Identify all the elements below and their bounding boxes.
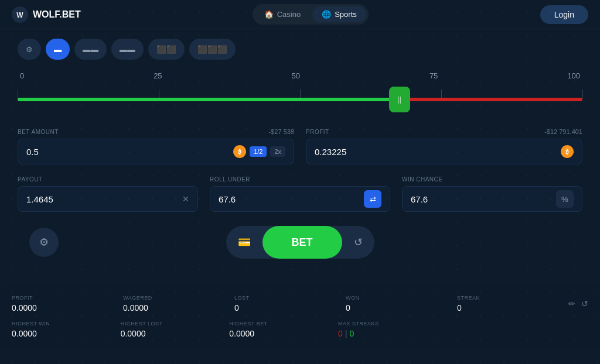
auto-icon: ↺ [354, 236, 363, 249]
login-button[interactable]: Login [540, 5, 588, 24]
nav-casino[interactable]: 🏠 Casino [255, 6, 310, 22]
nav-tabs: 🏠 Casino 🌐 Sports [253, 4, 369, 25]
payout-group: PAYOUT ✕ [18, 176, 198, 212]
stat-streak-label: STREAK [457, 295, 568, 301]
slider-handle[interactable]: || [389, 87, 410, 112]
roll-under-label: ROLL UNDER [210, 176, 250, 183]
logo-icon: W [12, 6, 28, 23]
bar-icon-btn-3[interactable]: ▬▬ [111, 39, 144, 60]
stat-highest-win-label: HIGHEST WIN [12, 321, 121, 327]
wallet-button[interactable]: 💳 [226, 226, 262, 259]
stats-reset-btn[interactable]: ↺ [581, 299, 588, 308]
stat-highest-bet: HIGHEST BET 0.0000 [229, 321, 338, 338]
roll-under-switch-btn[interactable]: ⇄ [364, 190, 381, 208]
bet-button[interactable]: BET [262, 226, 342, 259]
wallet-icon: 💳 [238, 236, 251, 249]
stat-empty [447, 321, 556, 338]
bar-icon-btn-2[interactable]: ▬▬ [74, 39, 107, 60]
payout-clear-btn[interactable]: ✕ [182, 194, 189, 204]
slider-label-50: 50 [292, 71, 300, 80]
settings-button[interactable]: ⚙ [29, 228, 59, 257]
payout-label: PAYOUT [18, 176, 43, 183]
stat-max-streaks-label: MAX STREAKS [338, 321, 447, 327]
win-chance-input[interactable] [411, 194, 556, 204]
payout-input[interactable] [26, 194, 182, 204]
stat-wagered: WAGERED 0.0000 [123, 295, 234, 313]
stat-profit: PROFIT 0.0000 [12, 295, 123, 313]
nav-sports[interactable]: 🌐 Sports [312, 6, 366, 22]
gear-icon: ⚙ [26, 45, 33, 54]
profit-input[interactable] [315, 147, 496, 157]
bar4-icon: ⬛⬛ [156, 45, 176, 54]
stats-row-1: PROFIT 0.0000 WAGERED 0.0000 LOST 0 WON … [12, 295, 588, 313]
profit-group: PROFIT -$12 791.401 ₿ [306, 128, 582, 164]
slider-label-0: 0 [20, 71, 24, 80]
bet-amount-input[interactable] [26, 147, 207, 157]
stat-highest-win: HIGHEST WIN 0.0000 [12, 321, 121, 338]
logo-text: WOLF.BET [33, 9, 81, 20]
slider-label-75: 75 [429, 71, 438, 80]
bet-amount-sub: -$27 538 [269, 128, 294, 135]
stats-edit-btn[interactable]: ✏ [568, 299, 575, 308]
slider-track-container[interactable]: || [18, 85, 582, 114]
stat-highest-bet-value: 0.0000 [229, 329, 338, 338]
profit-btc-icon: ₿ [561, 145, 574, 158]
stat-lost-value: 0 [234, 303, 346, 313]
header: W WOLF.BET 🏠 Casino 🌐 Sports Login [0, 0, 600, 29]
stat-highest-lost-value: 0.0000 [121, 329, 230, 338]
win-chance-label: WIN CHANCE [402, 176, 442, 183]
bet-amount-field: ₿ 1/2 2x [18, 139, 294, 164]
max-streaks-sep: | [345, 329, 347, 338]
max-streaks-loss: 0 [338, 329, 343, 338]
bar-icon-btn-5[interactable]: ⬛⬛⬛ [189, 39, 236, 60]
auto-button[interactable]: ↺ [342, 226, 374, 259]
profit-sub: -$12 791.401 [544, 128, 582, 135]
stat-streak-value: 0 [457, 303, 568, 313]
bar-icon-btn-1[interactable]: ▬ [46, 39, 70, 60]
bet-row: ⚙ 💳 BET ↺ [18, 226, 582, 259]
stat-won-label: WON [346, 295, 457, 301]
stats-section: PROFIT 0.0000 WAGERED 0.0000 LOST 0 WON … [0, 286, 600, 348]
stats-row-2: HIGHEST WIN 0.0000 HIGHEST LOST 0.0000 H… [12, 321, 588, 338]
stat-wagered-value: 0.0000 [123, 303, 234, 313]
switch-icon: ⇄ [370, 195, 376, 204]
bet-profit-row: BET AMOUNT -$27 538 ₿ 1/2 2x PROFIT -$12… [18, 128, 582, 164]
btc-icon: ₿ [233, 145, 246, 158]
half-button[interactable]: 1/2 [250, 146, 267, 157]
logo: W WOLF.BET [12, 6, 81, 23]
bet-amount-group: BET AMOUNT -$27 538 ₿ 1/2 2x [18, 128, 294, 164]
roll-under-input[interactable] [219, 194, 364, 204]
stat-streak: STREAK 0 [457, 295, 568, 313]
win-chance-group: WIN CHANCE % [402, 176, 582, 212]
bar2-icon: ▬▬ [83, 45, 98, 54]
slider-label-25: 25 [154, 71, 162, 80]
win-chance-field: % [402, 186, 582, 212]
stat-profit-value: 0.0000 [12, 303, 123, 313]
slider-track[interactable] [18, 98, 582, 101]
stats-icons: ✏ ↺ [568, 299, 588, 308]
stat-highest-lost: HIGHEST LOST 0.0000 [121, 321, 230, 338]
roll-under-group: ROLL UNDER ⇄ [210, 176, 390, 212]
stat-profit-label: PROFIT [12, 295, 123, 301]
slider-section: 0 25 50 75 100 || [18, 71, 582, 114]
settings-gear-icon: ⚙ [39, 236, 49, 249]
bar-icon-btn-4[interactable]: ⬛⬛ [148, 39, 185, 60]
double-button[interactable]: 2x [270, 146, 285, 157]
stat-lost: LOST 0 [234, 295, 346, 313]
main-content: ⚙ ▬ ▬▬ ▬▬ ⬛⬛ ⬛⬛⬛ 0 25 50 75 100 [0, 29, 600, 286]
bet-group: 💳 BET ↺ [226, 226, 374, 259]
stat-won: WON 0 [346, 295, 457, 313]
max-streaks-win: 0 [349, 329, 354, 338]
profit-label: PROFIT [306, 129, 329, 135]
bar5-icon: ⬛⬛⬛ [197, 45, 227, 54]
bet-amount-label: BET AMOUNT [18, 129, 59, 135]
stat-highest-win-value: 0.0000 [12, 329, 121, 338]
toolbar: ⚙ ▬ ▬▬ ▬▬ ⬛⬛ ⬛⬛⬛ [18, 39, 582, 60]
settings-tool-btn[interactable]: ⚙ [18, 39, 41, 60]
stat-max-streaks-value: 0 | 0 [338, 329, 447, 338]
slider-labels: 0 25 50 75 100 [18, 71, 582, 80]
win-chance-percent-btn[interactable]: % [556, 190, 574, 208]
casino-icon: 🏠 [264, 10, 274, 19]
stat-highest-bet-label: HIGHEST BET [229, 321, 338, 327]
stat-lost-label: LOST [234, 295, 346, 301]
